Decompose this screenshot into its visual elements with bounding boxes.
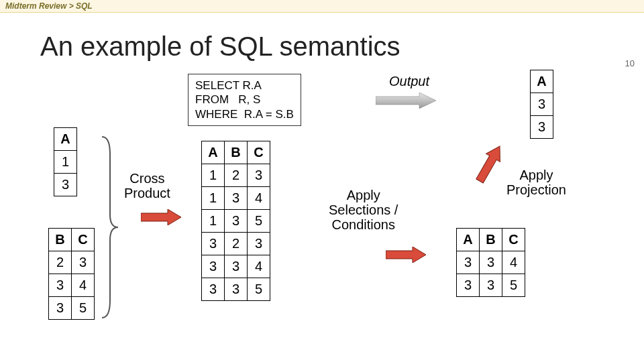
table-header-cell: C	[72, 229, 95, 251]
table-row: 3	[531, 116, 553, 139]
table-cell: 3	[202, 233, 225, 255]
label-apply-sel-2: Selections /	[329, 202, 398, 217]
arrow-apply-selections	[386, 247, 426, 263]
table-output: A33	[530, 70, 553, 139]
table-cell: 3	[480, 251, 502, 274]
table-row: 134	[202, 187, 270, 210]
table-cell: 4	[502, 251, 525, 274]
table-cell: 3	[49, 274, 72, 297]
table-cell: 1	[202, 187, 225, 210]
svg-marker-2	[386, 247, 426, 263]
table-header-cell: B	[49, 229, 72, 251]
arrow-cross-product	[141, 209, 181, 225]
table-s: BC233435	[48, 228, 95, 320]
svg-marker-3	[473, 143, 507, 184]
sql-query-box: SELECT R.A FROM R, S WHERE R.A = S.B	[188, 74, 301, 126]
table-row: 34	[49, 274, 95, 297]
table-cell: 2	[225, 233, 248, 255]
table-header-cell: B	[480, 229, 502, 251]
table-row: 35	[49, 297, 95, 320]
svg-marker-1	[141, 209, 181, 225]
table-row: 334	[202, 255, 270, 278]
table-cell: 3	[49, 297, 72, 320]
label-output: Output	[389, 74, 429, 89]
page-number: 10	[625, 58, 635, 68]
table-cell: 3	[202, 278, 225, 301]
label-apply-proj-1: Apply	[506, 168, 566, 182]
table-row: 335	[457, 274, 525, 297]
table-cell: 3	[54, 174, 77, 196]
table-cell: 4	[72, 274, 95, 297]
arrow-apply-projection	[470, 143, 510, 184]
table-cell: 1	[202, 210, 225, 233]
table-cell: 3	[531, 93, 553, 116]
brace-icon	[101, 134, 119, 320]
table-cell: 3	[248, 233, 270, 255]
page-title: An example of SQL semantics	[40, 32, 644, 62]
arrow-output	[376, 93, 436, 109]
table-cell: 3	[531, 116, 553, 139]
table-cell: 2	[225, 164, 248, 187]
table-cell: 3	[225, 255, 248, 278]
table-row: 1	[54, 151, 77, 174]
label-apply-projection: Apply Projection	[506, 168, 566, 197]
table-header-cell: A	[54, 128, 77, 151]
table-cell: 4	[248, 255, 270, 278]
table-row: 3	[54, 174, 77, 196]
breadcrumb-text: Midterm Review > SQL	[5, 1, 93, 11]
table-row: 323	[202, 233, 270, 255]
table-cell: 3	[457, 274, 480, 297]
label-apply-sel-1: Apply	[329, 188, 398, 202]
table-row: 334	[457, 251, 525, 274]
table-cell: 4	[248, 187, 270, 210]
table-cell: 5	[248, 210, 270, 233]
table-header-cell: C	[248, 141, 270, 164]
sql-select: SELECT R.A	[195, 78, 294, 93]
table-cell: 3	[225, 210, 248, 233]
label-cross-product-2: Product	[124, 186, 170, 200]
table-cell: 3	[225, 278, 248, 301]
table-cell: 3	[248, 164, 270, 187]
table-row: 123	[202, 164, 270, 187]
svg-marker-0	[376, 93, 436, 109]
table-header-cell: A	[457, 229, 480, 251]
table-row: 23	[49, 251, 95, 274]
label-cross-product: Cross Product	[124, 171, 170, 200]
table-cell: 1	[202, 164, 225, 187]
table-after-selection: ABC334335	[456, 228, 525, 297]
table-cell: 5	[502, 274, 525, 297]
table-row: 335	[202, 278, 270, 301]
table-row: 3	[531, 93, 553, 116]
table-cell: 3	[457, 251, 480, 274]
table-row: 135	[202, 210, 270, 233]
table-cell: 3	[225, 187, 248, 210]
table-header-cell: B	[225, 141, 248, 164]
label-cross-product-1: Cross	[124, 171, 170, 186]
table-cell: 3	[72, 251, 95, 274]
table-cell: 1	[54, 151, 77, 174]
table-header-cell: C	[502, 229, 525, 251]
table-cell: 3	[480, 274, 502, 297]
table-header-cell: A	[202, 141, 225, 164]
table-cell: 5	[72, 297, 95, 320]
sql-where: WHERE R.A = S.B	[195, 107, 294, 121]
sql-from: FROM R, S	[195, 93, 294, 107]
breadcrumb: Midterm Review > SQL	[0, 0, 644, 13]
label-apply-sel-3: Conditions	[329, 217, 398, 232]
table-cell: 3	[202, 255, 225, 278]
label-apply-selections: Apply Selections / Conditions	[329, 188, 398, 232]
table-cell: 2	[49, 251, 72, 274]
table-cell: 5	[248, 278, 270, 301]
table-cross-product: ABC123134135323334335	[201, 141, 270, 301]
table-r: A13	[54, 127, 77, 196]
table-header-cell: A	[531, 70, 553, 93]
label-apply-proj-2: Projection	[506, 182, 566, 197]
